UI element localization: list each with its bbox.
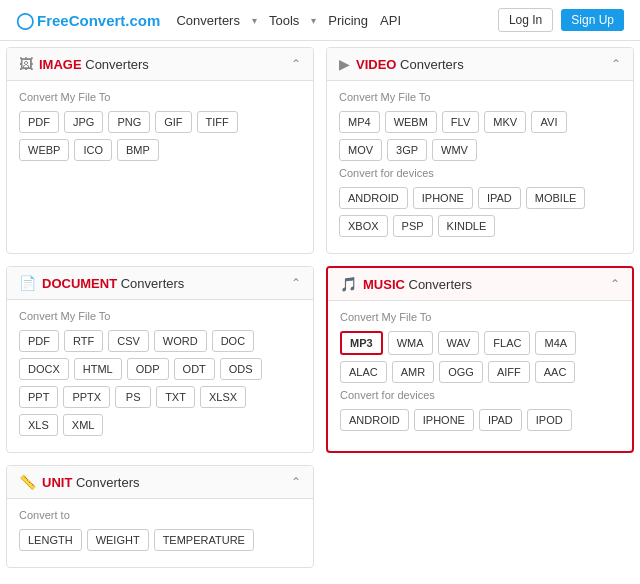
fmt-ico[interactable]: ICO	[74, 139, 112, 161]
doc-ppt[interactable]: PPT	[19, 386, 58, 408]
fmt-3gp[interactable]: 3GP	[387, 139, 427, 161]
doc-html[interactable]: HTML	[74, 358, 122, 380]
doc-word[interactable]: WORD	[154, 330, 207, 352]
doc-docx[interactable]: DOCX	[19, 358, 69, 380]
doc-rtf[interactable]: RTF	[64, 330, 103, 352]
header-right: Log In Sign Up	[498, 8, 624, 32]
video-panel-title: VIDEO Converters	[356, 57, 464, 72]
video-panel-collapse[interactable]: ⌃	[611, 57, 621, 71]
fmt-wma[interactable]: WMA	[388, 331, 433, 355]
fmt-mov[interactable]: MOV	[339, 139, 382, 161]
doc-xml[interactable]: XML	[63, 414, 104, 436]
doc-odp[interactable]: ODP	[127, 358, 169, 380]
doc-xls[interactable]: XLS	[19, 414, 58, 436]
doc-csv[interactable]: CSV	[108, 330, 149, 352]
fmt-wav[interactable]: WAV	[438, 331, 480, 355]
fmt-mkv[interactable]: MKV	[484, 111, 526, 133]
mdev-iphone[interactable]: IPHONE	[414, 409, 474, 431]
doc-odt[interactable]: ODT	[174, 358, 215, 380]
unit-panel-icon: 📏	[19, 474, 36, 490]
fmt-amr[interactable]: AMR	[392, 361, 434, 383]
unit-temperature[interactable]: TEMPERATURE	[154, 529, 254, 551]
fmt-flac[interactable]: FLAC	[484, 331, 530, 355]
doc-pdf[interactable]: PDF	[19, 330, 59, 352]
music-formats-row2: ALAC AMR OGG AIFF AAC	[340, 361, 620, 383]
image-panel-title-group: 🖼 IMAGE Converters	[19, 56, 149, 72]
nav-pricing[interactable]: Pricing	[328, 13, 368, 28]
fmt-aac[interactable]: AAC	[535, 361, 576, 383]
fmt-gif[interactable]: GIF	[155, 111, 191, 133]
header-left: ◯ FreeConvert.com Converters ▾ Tools ▾ P…	[16, 11, 401, 30]
music-panel-header: 🎵 MUSIC Converters ⌃	[328, 268, 632, 301]
document-formats-row4: XLS XML	[19, 414, 301, 436]
fmt-wmv[interactable]: WMV	[432, 139, 477, 161]
unit-panel-title-group: 📏 UNIT Converters	[19, 474, 140, 490]
doc-doc[interactable]: DOC	[212, 330, 254, 352]
dev-xbox[interactable]: XBOX	[339, 215, 388, 237]
nav-tools-arrow: ▾	[311, 15, 316, 26]
image-convert-label: Convert My File To	[19, 91, 301, 103]
fmt-webp[interactable]: WEBP	[19, 139, 69, 161]
nav-tools[interactable]: Tools	[269, 13, 299, 28]
document-formats-row1: PDF RTF CSV WORD DOC	[19, 330, 301, 352]
fmt-alac[interactable]: ALAC	[340, 361, 387, 383]
unit-panel-collapse[interactable]: ⌃	[291, 475, 301, 489]
mdev-ipod[interactable]: IPOD	[527, 409, 572, 431]
video-panel-header: ▶ VIDEO Converters ⌃	[327, 48, 633, 81]
document-panel-collapse[interactable]: ⌃	[291, 276, 301, 290]
unit-length[interactable]: LENGTH	[19, 529, 82, 551]
document-formats-row2: DOCX HTML ODP ODT ODS	[19, 358, 301, 380]
music-devices-row1: ANDROID IPHONE IPAD IPOD	[340, 409, 620, 431]
fmt-mp4[interactable]: MP4	[339, 111, 380, 133]
mdev-ipad[interactable]: IPAD	[479, 409, 522, 431]
dev-android[interactable]: ANDROID	[339, 187, 408, 209]
music-devices-label: Convert for devices	[340, 389, 620, 401]
doc-xlsx[interactable]: XLSX	[200, 386, 246, 408]
doc-pptx[interactable]: PPTX	[63, 386, 110, 408]
fmt-m4a[interactable]: M4A	[535, 331, 576, 355]
fmt-tiff[interactable]: TIFF	[197, 111, 238, 133]
logo[interactable]: ◯ FreeConvert.com	[16, 11, 160, 30]
unit-panel: 📏 UNIT Converters ⌃ Convert to LENGTH WE…	[6, 465, 314, 568]
logo-icon: ◯	[16, 11, 34, 30]
unit-weight[interactable]: WEIGHT	[87, 529, 149, 551]
music-convert-label: Convert My File To	[340, 311, 620, 323]
doc-txt[interactable]: TXT	[156, 386, 195, 408]
login-button[interactable]: Log In	[498, 8, 553, 32]
video-panel: ▶ VIDEO Converters ⌃ Convert My File To …	[326, 47, 634, 254]
signup-button[interactable]: Sign Up	[561, 9, 624, 31]
video-devices-row1: ANDROID IPHONE IPAD MOBILE	[339, 187, 621, 209]
fmt-webm[interactable]: WEBM	[385, 111, 437, 133]
dev-iphone[interactable]: IPHONE	[413, 187, 473, 209]
fmt-flv[interactable]: FLV	[442, 111, 479, 133]
doc-ods[interactable]: ODS	[220, 358, 262, 380]
music-panel-collapse[interactable]: ⌃	[610, 277, 620, 291]
fmt-mp3[interactable]: MP3	[340, 331, 383, 355]
fmt-ogg[interactable]: OGG	[439, 361, 483, 383]
dev-psp[interactable]: PSP	[393, 215, 433, 237]
unit-panel-body: Convert to LENGTH WEIGHT TEMPERATURE	[7, 499, 313, 567]
header: ◯ FreeConvert.com Converters ▾ Tools ▾ P…	[0, 0, 640, 41]
dev-mobile[interactable]: MOBILE	[526, 187, 586, 209]
video-convert-label: Convert My File To	[339, 91, 621, 103]
document-panel: 📄 DOCUMENT Converters ⌃ Convert My File …	[6, 266, 314, 453]
dev-ipad[interactable]: IPAD	[478, 187, 521, 209]
fmt-pdf[interactable]: PDF	[19, 111, 59, 133]
document-convert-label: Convert My File To	[19, 310, 301, 322]
main-nav: Converters ▾ Tools ▾ Pricing API	[176, 13, 401, 28]
fmt-jpg[interactable]: JPG	[64, 111, 103, 133]
fmt-avi[interactable]: AVI	[531, 111, 567, 133]
mdev-android[interactable]: ANDROID	[340, 409, 409, 431]
fmt-png[interactable]: PNG	[108, 111, 150, 133]
image-panel-collapse[interactable]: ⌃	[291, 57, 301, 71]
unit-panel-header: 📏 UNIT Converters ⌃	[7, 466, 313, 499]
fmt-aiff[interactable]: AIFF	[488, 361, 530, 383]
doc-ps[interactable]: PS	[115, 386, 151, 408]
document-panel-header: 📄 DOCUMENT Converters ⌃	[7, 267, 313, 300]
nav-converters[interactable]: Converters	[176, 13, 240, 28]
nav-api[interactable]: API	[380, 13, 401, 28]
video-devices-row2: XBOX PSP KINDLE	[339, 215, 621, 237]
unit-convert-label: Convert to	[19, 509, 301, 521]
dev-kindle[interactable]: KINDLE	[438, 215, 496, 237]
fmt-bmp[interactable]: BMP	[117, 139, 159, 161]
